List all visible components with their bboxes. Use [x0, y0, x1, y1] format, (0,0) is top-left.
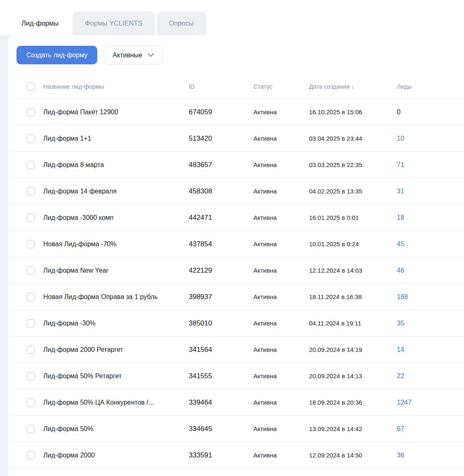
create-lead-form-button[interactable]: Создать лид-форму	[16, 46, 97, 64]
tab-label: Опросы	[169, 19, 194, 27]
table-row[interactable]: Лид-форма 1+1 513420 Активна 03.04.2025 …	[8, 125, 464, 152]
row-checkbox[interactable]	[27, 214, 35, 222]
row-checkbox[interactable]	[27, 451, 35, 460]
table-row[interactable]: Новая Лид-форма -70% 437854 Активна 10.0…	[8, 231, 464, 257]
row-checkbox-cell	[27, 161, 43, 169]
table-row[interactable]: Лид-форма -3000 комп 442471 Активна 16.0…	[8, 205, 464, 231]
lead-count-link[interactable]: 14	[397, 346, 464, 353]
row-checkbox-cell	[27, 398, 43, 407]
lead-count-link[interactable]: 35	[397, 320, 464, 327]
lead-count-link[interactable]: 10	[397, 135, 464, 142]
column-header-created[interactable]: Дата создания↓	[309, 83, 397, 90]
row-checkbox-cell	[27, 346, 43, 354]
lead-count-link[interactable]: 67	[397, 425, 464, 433]
column-header-leads[interactable]: Лиды	[397, 83, 464, 90]
lead-count-link[interactable]: 168	[397, 293, 464, 301]
table-row[interactable]: Лид-форма 2000 333591 Активна 12.09.2024…	[8, 442, 464, 469]
lead-count-link[interactable]: 45	[397, 240, 464, 248]
lead-form-created-date: 04.02.2025 в 13:35	[309, 188, 397, 195]
lead-form-created-date: 18.09.2024 в 20:36	[309, 399, 397, 406]
status-filter-dropdown[interactable]: Активные	[104, 46, 162, 64]
lead-form-status: Активна	[253, 214, 309, 221]
table-row[interactable]: Лид-форма 8 марта 483657 Активна 03.03.2…	[8, 152, 464, 178]
row-checkbox[interactable]	[27, 398, 35, 407]
lead-form-status: Активна	[253, 372, 309, 379]
lead-form-name: Лид-форма New Year	[43, 267, 189, 274]
row-checkbox[interactable]	[27, 108, 35, 116]
table-row[interactable]: Лид-форма 50% 334645 Активна 13.09.2024 …	[8, 416, 464, 442]
lead-count-link[interactable]: 31	[397, 188, 464, 195]
lead-form-created-date: 20.09.2024 в 14:19	[309, 346, 397, 353]
column-header-status[interactable]: Статус	[253, 83, 309, 90]
lead-form-name: Лид-форма 50% ЦА Конкурентов /...	[43, 399, 189, 406]
lead-count-link[interactable]: 1247	[397, 399, 464, 406]
row-checkbox[interactable]	[27, 187, 35, 196]
lead-form-name: Лид-форма 2000	[43, 452, 189, 459]
lead-form-status: Активна	[253, 161, 309, 168]
lead-form-created-date: 12.09.2024 в 14:50	[309, 452, 397, 459]
row-checkbox[interactable]	[27, 240, 35, 248]
row-checkbox[interactable]	[27, 266, 35, 275]
table-row[interactable]: Лид-форма New Year 422129 Активна 12.12.…	[8, 257, 464, 284]
chevron-down-icon	[148, 53, 154, 57]
lead-form-status: Активна	[253, 425, 309, 432]
row-checkbox[interactable]	[27, 425, 35, 433]
lead-form-id: 442471	[189, 214, 253, 222]
lead-count-link[interactable]: 22	[397, 372, 464, 380]
lead-count-link[interactable]: 36	[397, 452, 464, 459]
lead-count-link[interactable]: 71	[397, 161, 464, 169]
tab-lead-forms[interactable]: Лид-формы	[9, 12, 71, 35]
tab-label: Формы YCLIENTS	[85, 19, 142, 27]
lead-form-created-date: 13.09.2024 в 14:42	[309, 425, 397, 432]
lead-count-link[interactable]: 18	[397, 214, 464, 222]
row-checkbox[interactable]	[27, 319, 35, 328]
row-checkbox[interactable]	[27, 134, 35, 143]
table-row[interactable]: Новая Лид-форма Оправа за 1 рубль 398937…	[8, 284, 464, 310]
row-checkbox[interactable]	[27, 372, 35, 380]
column-header-name[interactable]: Название лид-формы	[43, 83, 189, 90]
select-all-checkbox[interactable]	[27, 82, 35, 91]
row-checkbox-cell	[27, 319, 43, 328]
lead-forms-table: Название лид-формы ID Статус Дата создан…	[8, 74, 464, 476]
row-checkbox[interactable]	[27, 161, 35, 169]
table-row[interactable]: Лид-форма 50% ЦА Конкурентов /... 339464…	[8, 389, 464, 416]
lead-form-created-date: 03.04.2025 в 23:44	[309, 135, 397, 142]
lead-form-status: Активна	[253, 240, 309, 247]
table-row[interactable]: Лид-форма 2000 Ретаргет 341564 Активна 2…	[8, 337, 464, 363]
status-filter-value: Активные	[112, 52, 142, 59]
table-row[interactable]: Лид-форма 50% Ретаргет 341555 Активна 20…	[8, 363, 464, 389]
lead-form-status: Активна	[253, 346, 309, 353]
tab-yclients-forms[interactable]: Формы YCLIENTS	[73, 12, 155, 35]
lead-form-status: Активна	[253, 135, 309, 142]
tab-surveys[interactable]: Опросы	[157, 12, 206, 35]
table-row[interactable]: Лид-форма Пакет 12900 674059 Активна 16.…	[8, 99, 464, 125]
lead-form-id: 674059	[189, 108, 253, 116]
lead-form-id: 333591	[189, 451, 253, 460]
row-checkbox[interactable]	[27, 346, 35, 354]
row-checkbox[interactable]	[27, 293, 35, 301]
table-row[interactable]: Лид-форма 14 февраля 458308 Активна 04.0…	[8, 178, 464, 205]
lead-form-name: Новая Лид-форма -70%	[43, 240, 189, 248]
lead-form-created-date: 04.11.2024 в 19:11	[309, 320, 397, 327]
row-checkbox-cell	[27, 240, 43, 248]
tab-label: Лид-формы	[21, 19, 59, 27]
lead-form-name: Лид-форма 2000 Ретаргет	[43, 346, 189, 353]
lead-form-created-date: 10.01.2025 в 0:24	[309, 240, 397, 247]
row-checkbox-cell	[27, 187, 43, 196]
table-row[interactable]: Лид-форма -30% 385010 Активна 04.11.2024…	[8, 310, 464, 337]
lead-form-id: 483657	[189, 161, 253, 169]
table-body: Лид-форма Пакет 12900 674059 Активна 16.…	[8, 99, 464, 469]
lead-form-id: 341564	[189, 346, 253, 354]
lead-form-name: Новая Лид-форма Оправа за 1 рубль	[43, 293, 189, 301]
lead-form-status: Активна	[253, 452, 309, 459]
lead-form-status: Активна	[253, 108, 309, 115]
column-header-id[interactable]: ID	[189, 83, 253, 90]
row-checkbox-cell	[27, 214, 43, 222]
sort-descending-icon[interactable]: ↓	[351, 83, 354, 90]
lead-count-value: 0	[397, 108, 464, 116]
lead-form-id: 341555	[189, 372, 253, 380]
lead-count-link[interactable]: 46	[397, 267, 464, 274]
lead-form-status: Активна	[253, 188, 309, 195]
lead-form-name: Лид-форма 8 марта	[43, 161, 189, 169]
lead-form-name: Лид-форма Пакет 12900	[43, 108, 189, 116]
